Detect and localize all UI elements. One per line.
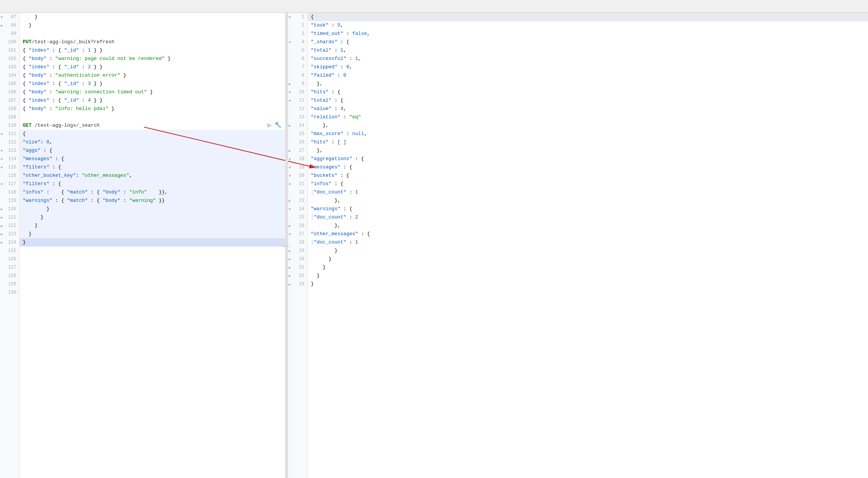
- code-line: }: [308, 255, 868, 263]
- line-number: 104: [0, 71, 19, 80]
- code-line: "filters" : {: [20, 180, 288, 188]
- line-number: 103: [0, 63, 19, 71]
- code-line: }: [20, 13, 288, 21]
- line-number: 101: [0, 46, 19, 55]
- left-panel: 9798991001011021031041051061071081091101…: [0, 13, 288, 478]
- line-number: 14: [288, 121, 307, 130]
- line-number: 31: [288, 263, 307, 272]
- line-number: 33: [288, 280, 307, 288]
- code-line: { "index" : { "_id" : 1 } }: [20, 46, 288, 55]
- line-number: 25: [288, 213, 307, 222]
- code-line: "aggs" : {: [20, 146, 288, 155]
- line-number: 122: [0, 222, 19, 230]
- right-panel: 1234567891011121314151617181920212223242…: [288, 13, 868, 478]
- code-line: },: [308, 80, 868, 88]
- code-line: "buckets" : {: [308, 171, 868, 180]
- code-line: }: [308, 280, 868, 288]
- line-number: 126: [0, 255, 19, 263]
- code-line: "warnings" : {: [308, 205, 868, 213]
- code-line: "timed_out" : false,: [308, 30, 868, 38]
- line-number: 120: [0, 205, 19, 213]
- main-container: 9798991001011021031041051061071081091101…: [0, 13, 868, 478]
- code-line: "other_messages" : {: [308, 230, 868, 238]
- code-line: "relation" : "eq": [308, 113, 868, 121]
- line-number: 24: [288, 205, 307, 213]
- code-line: },: [308, 146, 868, 155]
- code-line: {: [308, 13, 868, 21]
- line-number: 32: [288, 272, 307, 280]
- line-number: 100: [0, 38, 19, 46]
- code-line: "messages" : {: [20, 155, 288, 163]
- line-number: 130: [0, 288, 19, 297]
- code-line: { "index" : { "_id" : 3 } }: [20, 80, 288, 88]
- code-line: [20, 263, 288, 272]
- line-number: 111: [0, 130, 19, 138]
- line-number: 21: [288, 180, 307, 188]
- code-line: PUT /test-agg-logs/_bulk?refresh: [20, 38, 288, 46]
- line-number: 12: [288, 105, 307, 113]
- run-button[interactable]: ▷: [268, 121, 271, 130]
- code-line: }: [20, 213, 288, 222]
- code-line: [20, 272, 288, 280]
- code-line: [20, 255, 288, 263]
- code-line: "infos" : { "match" : { "body" : "info" …: [20, 188, 288, 197]
- line-number: 123: [0, 230, 19, 238]
- line-number: 29: [288, 247, 307, 255]
- line-number: 112: [0, 138, 19, 146]
- code-line: "hits" : {: [308, 88, 868, 96]
- panel-divider[interactable]: ⋮: [285, 13, 288, 478]
- code-line: "messages" : {: [308, 163, 868, 171]
- line-number: 107: [0, 96, 19, 105]
- code-line: "size": 0,: [20, 138, 288, 146]
- line-number: 4: [288, 38, 307, 46]
- code-line: "warnings" : { "match" : { "body" : "war…: [20, 197, 288, 205]
- code-line: },: [308, 197, 868, 205]
- line-number: 105: [0, 80, 19, 88]
- code-line: "total" : {: [308, 96, 868, 105]
- line-number: 117: [0, 180, 19, 188]
- line-number: 7: [288, 63, 307, 71]
- code-line: "aggregations" : {: [308, 155, 868, 163]
- line-number: 114: [0, 155, 19, 163]
- line-number: 10: [288, 88, 307, 96]
- code-line: "total" : 1,: [308, 46, 868, 55]
- line-number: 23: [288, 197, 307, 205]
- line-number: 1: [288, 13, 307, 21]
- line-number: 16: [288, 138, 307, 146]
- code-line: }: [308, 263, 868, 272]
- line-number: 2: [288, 21, 307, 30]
- code-line: "successful" : 1,: [308, 55, 868, 63]
- menu-bar: [0, 0, 868, 13]
- line-number: 26: [288, 222, 307, 230]
- line-number: 18: [288, 155, 307, 163]
- line-number: 9: [288, 80, 307, 88]
- code-line: }: [20, 205, 288, 213]
- line-number: 124: [0, 238, 19, 247]
- line-number: 121: [0, 213, 19, 222]
- code-line: }: [20, 230, 288, 238]
- code-line: "skipped" : 0,: [308, 63, 868, 71]
- code-line: │ "doc_count" : 1: [308, 238, 868, 247]
- code-line: }: [308, 247, 868, 255]
- line-number: 108: [0, 105, 19, 113]
- line-number: 119: [0, 197, 19, 205]
- code-line: "filters" : {: [20, 163, 288, 171]
- code-line: "value" : 4,: [308, 105, 868, 113]
- line-number: 98: [0, 21, 19, 30]
- code-line: },: [308, 222, 868, 230]
- code-line: │ "doc_count" : 1: [308, 188, 868, 197]
- menu-settings[interactable]: [15, 5, 21, 8]
- menu-help[interactable]: [27, 5, 33, 8]
- line-number: 17: [288, 146, 307, 155]
- wrench-icon[interactable]: 🔧: [274, 121, 282, 130]
- line-number: 99: [0, 30, 19, 38]
- code-line: "took" : 5,: [308, 21, 868, 30]
- menu-history[interactable]: [3, 5, 9, 8]
- line-number: 118: [0, 188, 19, 197]
- line-number: 129: [0, 280, 19, 288]
- code-line: [20, 30, 288, 38]
- code-line: "infos" : {: [308, 180, 868, 188]
- code-line: },: [308, 121, 868, 130]
- line-number: 11: [288, 96, 307, 105]
- code-line: }: [20, 238, 288, 247]
